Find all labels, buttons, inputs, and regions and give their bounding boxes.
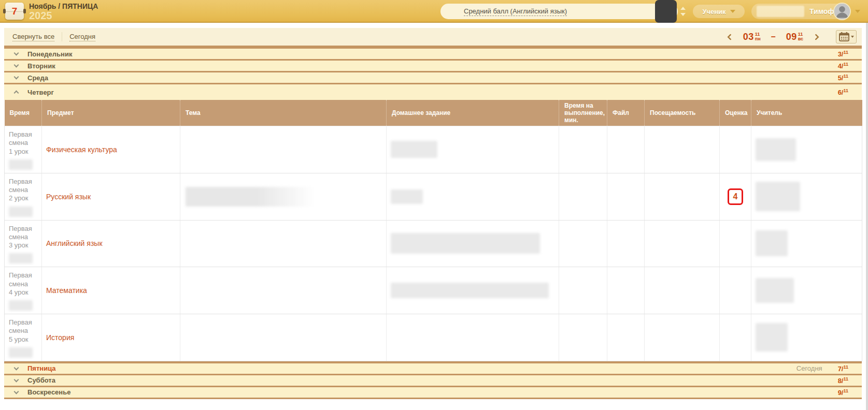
duration-cell (559, 220, 607, 267)
subject-link[interactable]: Английский язык (46, 239, 103, 247)
grade-cell (720, 314, 751, 361)
average-score-selector[interactable]: Средний балл (Английский язык) (440, 4, 678, 19)
day-row-thursday[interactable]: Четверг 6/11 (4, 84, 862, 100)
day-row-monday[interactable]: Понедельник 3/11 (4, 49, 862, 61)
redacted-homework (391, 141, 437, 158)
duration-cell (559, 267, 607, 314)
topic-cell (180, 220, 387, 267)
grade-value-highlighted[interactable]: 4 (728, 188, 744, 205)
redacted-time (9, 253, 33, 263)
redacted-time (9, 159, 33, 170)
col-homework: Домашнее задание (387, 100, 559, 126)
homework-cell (387, 267, 559, 314)
teacher-cell (751, 173, 862, 220)
calendar-button[interactable] (836, 30, 857, 43)
calendar-grid-icon (839, 32, 849, 41)
day-date: 4/11 (838, 62, 848, 70)
chevron-up-icon[interactable] (14, 91, 19, 96)
redacted-time (9, 300, 33, 311)
topic-cell (180, 267, 387, 314)
prev-week-button[interactable] (727, 34, 734, 40)
teacher-cell (751, 267, 862, 314)
col-topic: Тема (180, 100, 387, 126)
lesson-time-cell: Первая смена 3 урок (5, 220, 42, 267)
attendance-cell (645, 126, 720, 173)
col-time: Время (5, 100, 42, 126)
day-date: 9/11 (838, 388, 848, 397)
redacted-time (9, 207, 33, 217)
subject-link[interactable]: Математика (46, 286, 87, 295)
average-score-label[interactable]: Средний балл (Английский язык) (464, 7, 567, 16)
lesson-row-3: Первая смена 3 урок Английский язык (5, 220, 862, 267)
lessons-table: Время Предмет Тема Домашнее задание Врем… (4, 100, 862, 361)
homework-cell (387, 220, 559, 267)
chevron-down-icon[interactable] (14, 377, 19, 382)
grade-cell (720, 220, 751, 267)
day-row-tuesday[interactable]: Вторник 4/11 (4, 61, 862, 72)
subject-link[interactable]: Русский язык (46, 193, 91, 201)
day-label: Среда (27, 74, 48, 82)
redacted-homework (391, 189, 423, 204)
grade-cell: 4 (720, 173, 751, 220)
day-row-sunday[interactable]: Воскресенье 9/11 (4, 387, 862, 399)
subject-link[interactable]: История (46, 333, 74, 342)
day-label: Четверг (27, 89, 54, 96)
homework-cell (387, 173, 559, 220)
subject-link[interactable]: Физическая культура (46, 145, 117, 154)
role-button[interactable]: Ученик (693, 5, 745, 18)
chevron-down-icon[interactable] (14, 63, 19, 68)
today-button[interactable]: Сегодня (69, 33, 95, 41)
redacted-time (9, 347, 33, 358)
duration-cell (559, 314, 607, 361)
redacted-teacher (756, 182, 800, 211)
toolbar-divider (62, 32, 62, 41)
teacher-cell (751, 314, 862, 361)
page-title: Ноябрь / ПЯТНИЦА (29, 3, 98, 10)
day-label: Суббота (27, 376, 55, 384)
user-menu[interactable]: Тимофей (751, 4, 850, 19)
file-cell (607, 220, 645, 267)
user-menu-caret-icon[interactable] (855, 10, 860, 13)
redacted-homework (391, 233, 540, 254)
day-date: 3/11 (838, 50, 848, 58)
table-header-row: Время Предмет Тема Домашнее задание Врем… (5, 100, 862, 126)
attendance-cell (645, 220, 720, 267)
grade-cell (720, 126, 751, 173)
triangle-down-icon (730, 10, 735, 13)
duration-cell (559, 126, 607, 173)
teacher-cell (751, 126, 862, 173)
grade-cell (720, 267, 751, 314)
chevron-down-icon[interactable] (14, 389, 19, 394)
flip-calendar-icon: 7 (5, 3, 24, 20)
header-titles: Ноябрь / ПЯТНИЦА 2025 (29, 3, 98, 21)
avatar (833, 3, 851, 20)
day-date: 7/11 (838, 364, 848, 373)
lesson-row-1: Первая смена 1 урок Физическая культура (5, 126, 862, 173)
collapse-all-button[interactable]: Свернуть все (12, 33, 54, 41)
chevron-down-icon[interactable] (14, 75, 19, 80)
chevron-down-icon[interactable] (14, 51, 19, 56)
attendance-cell (645, 314, 720, 361)
day-row-saturday[interactable]: Суббота 8/11 (4, 375, 862, 387)
lesson-row-4: Первая смена 4 урок Математика (5, 267, 862, 314)
day-row-wednesday[interactable]: Среда 5/11 (4, 72, 862, 84)
topic-cell (180, 173, 387, 220)
scrollbar[interactable] (866, 23, 868, 410)
lesson-row-5: Первая смена 5 урок История (5, 314, 862, 361)
day-row-friday[interactable]: Пятница Сегодня 7/11 (4, 363, 862, 375)
redacted-teacher (756, 323, 788, 352)
file-cell (607, 267, 645, 314)
lesson-time-cell: Первая смена 2 урок (5, 173, 42, 220)
up-down-triangles-icon[interactable] (680, 6, 686, 17)
range-to-date: 09 11вс (786, 32, 803, 42)
toolbar: Свернуть все Сегодня 03 11пн – 09 11вс (4, 28, 862, 46)
day-date: 5/11 (838, 74, 848, 82)
col-attendance: Посещаемость (645, 100, 720, 126)
next-week-button[interactable] (813, 34, 819, 40)
calendar-caret-icon (851, 36, 854, 38)
day-label: Воскресенье (27, 388, 70, 396)
homework-cell (387, 126, 559, 173)
chevron-down-icon[interactable] (14, 365, 19, 370)
topic-cell (180, 314, 387, 361)
range-from-date: 03 11пн (743, 32, 761, 42)
